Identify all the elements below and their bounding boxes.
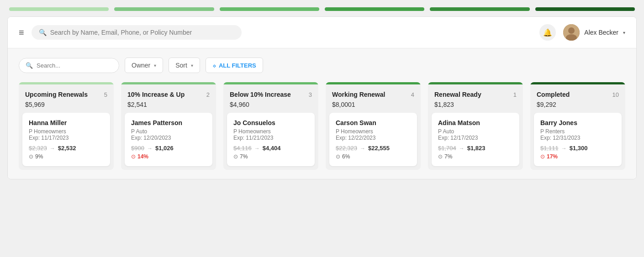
column-count-below-10-percent: 3	[309, 91, 312, 98]
all-filters-label: ALL FILTERS	[219, 62, 256, 69]
owner-label: Owner	[132, 62, 150, 69]
card-price-new: $1,026	[155, 145, 174, 152]
table-row[interactable]: Adina MatsonP AutoExp: 12/17/2023$1,704→…	[432, 113, 519, 166]
card-price-row: $1,704→$1,823	[438, 145, 513, 152]
notification-bell[interactable]: 🔔	[539, 24, 556, 41]
avatar	[563, 24, 580, 41]
column-title-completed: Completed	[537, 91, 570, 98]
chevron-down-icon: ▾	[623, 30, 625, 35]
column-header-renewal-ready: Renewal Ready1$1,823	[428, 84, 523, 113]
card-price-old: $2,323	[29, 145, 47, 152]
card-price-row: $2,323→$2,532	[29, 145, 104, 152]
hamburger-icon[interactable]: ≡	[19, 27, 24, 38]
card-name: Hanna Miller	[29, 119, 104, 126]
column-total-10-percent-up: $2,541	[127, 101, 210, 108]
card-price-new: $1,823	[467, 145, 486, 152]
card-change: ⊙17%	[540, 153, 615, 160]
card-price-new: $1,300	[570, 145, 588, 152]
table-row[interactable]: Hanna MillerP HomeownersExp: 11/17/2023$…	[22, 113, 110, 166]
card-expiry: Exp: 11/17/2023	[29, 135, 104, 141]
table-row[interactable]: Barry JonesP RentersExp: 12/31/2023$1,11…	[534, 113, 622, 166]
card-type: P Auto	[131, 128, 206, 135]
column-total-working-renewal: $8,0001	[332, 101, 414, 108]
kanban-column-10-percent-up: 10% Increase & Up2$2,541James PattersonP…	[121, 82, 216, 170]
change-icon: ⊙	[29, 153, 33, 160]
progress-bar-1	[9, 7, 109, 11]
kanban-column-renewal-ready: Renewal Ready1$1,823Adina MatsonP AutoEx…	[428, 82, 523, 170]
card-type: P Auto	[438, 128, 513, 135]
global-search-input[interactable]	[50, 29, 234, 36]
card-price-new: $22,555	[368, 145, 390, 152]
card-price-new: $2,532	[58, 145, 76, 152]
column-total-upcoming-renewals: $5,969	[25, 101, 107, 108]
sort-dropdown[interactable]: Sort ▾	[169, 58, 200, 73]
change-icon: ⊙	[336, 153, 340, 160]
card-type: P Homeowners	[336, 128, 411, 135]
card-price-row: $22,323→$22,555	[336, 145, 411, 152]
card-expiry: Exp: 11/21/2023	[233, 135, 308, 141]
card-price-row: $4,116→$4,404	[233, 145, 308, 152]
progress-bar-3	[220, 7, 319, 11]
kanban-column-completed: Completed10$9,292Barry JonesP RentersExp…	[530, 82, 625, 170]
content-area: 🔍 Owner ▾ Sort ▾ ⬦ ALL FILTERS Upcoming …	[8, 48, 636, 179]
progress-bar-6	[535, 7, 635, 11]
price-arrow-icon: →	[254, 145, 260, 152]
global-search-bar: 🔍	[32, 25, 242, 40]
all-filters-button[interactable]: ⬦ ALL FILTERS	[206, 58, 263, 73]
card-name: James Patterson	[131, 119, 206, 126]
column-total-below-10-percent: $4,960	[230, 101, 312, 108]
search-icon: 🔍	[39, 29, 47, 36]
card-name: Jo Consuelos	[233, 119, 308, 126]
card-type: P Renters	[540, 128, 615, 135]
card-change: ⊙7%	[233, 153, 308, 160]
card-price-row: $900→$1,026	[131, 145, 206, 152]
card-change: ⊙14%	[131, 153, 206, 160]
column-count-10-percent-up: 2	[206, 91, 210, 98]
column-header-10-percent-up: 10% Increase & Up2$2,541	[121, 84, 216, 113]
user-profile[interactable]: Alex Becker ▾	[563, 24, 625, 41]
table-row[interactable]: James PattersonP AutoExp: 12/20/2023$900…	[125, 113, 212, 166]
card-price-old: $4,116	[233, 145, 252, 152]
card-type: P Homeowners	[29, 128, 104, 135]
change-text: 7%	[444, 153, 452, 160]
card-price-old: $22,323	[336, 145, 357, 152]
bell-icon: 🔔	[543, 28, 552, 37]
card-expiry: Exp: 12/20/2023	[131, 135, 206, 141]
card-name: Adina Matson	[438, 119, 513, 126]
svg-point-1	[568, 27, 575, 34]
kanban-column-below-10-percent: Below 10% Increase3$4,960Jo ConsuelosP H…	[223, 82, 318, 170]
progress-bar-5	[430, 7, 529, 11]
table-row[interactable]: Jo ConsuelosP HomeownersExp: 11/21/2023$…	[227, 113, 315, 166]
column-total-renewal-ready: $1,823	[434, 101, 517, 108]
column-title-working-renewal: Working Renewal	[332, 91, 385, 98]
price-arrow-icon: →	[561, 145, 567, 152]
card-price-old: $900	[131, 145, 144, 152]
filter-bar: 🔍 Owner ▾ Sort ▾ ⬦ ALL FILTERS	[19, 58, 625, 73]
column-header-below-10-percent: Below 10% Increase3$4,960	[223, 84, 318, 113]
card-type: P Homeowners	[233, 128, 308, 135]
header-right: 🔔 Alex Becker ▾	[539, 24, 625, 41]
change-text: 6%	[342, 153, 350, 160]
change-text: 9%	[35, 153, 43, 160]
card-expiry: Exp: 12/17/2023	[438, 135, 513, 141]
progress-bars-container	[0, 0, 644, 16]
change-icon: ⊙	[540, 153, 545, 160]
table-row[interactable]: Carson SwanP HomeownersExp: 12/22/2023$2…	[329, 113, 417, 166]
filter-icon: ⬦	[212, 62, 216, 69]
column-count-completed: 10	[612, 91, 619, 98]
card-price-row: $1,111→$1,300	[540, 145, 615, 152]
change-icon: ⊙	[233, 153, 238, 160]
card-price-old: $1,704	[438, 145, 456, 152]
card-expiry: Exp: 12/31/2023	[540, 135, 615, 141]
kanban-board: Upcoming Renewals5$5,969Hanna MillerP Ho…	[19, 82, 625, 170]
column-total-completed: $9,292	[537, 101, 619, 108]
change-icon: ⊙	[131, 153, 136, 160]
avatar-image	[563, 24, 580, 41]
card-name: Carson Swan	[336, 119, 411, 126]
owner-dropdown[interactable]: Owner ▾	[125, 58, 163, 73]
filter-search-input[interactable]	[37, 62, 112, 69]
column-header-completed: Completed10$9,292	[530, 84, 625, 113]
price-arrow-icon: →	[459, 145, 465, 152]
change-text: 7%	[240, 153, 248, 160]
price-arrow-icon: →	[50, 145, 55, 152]
